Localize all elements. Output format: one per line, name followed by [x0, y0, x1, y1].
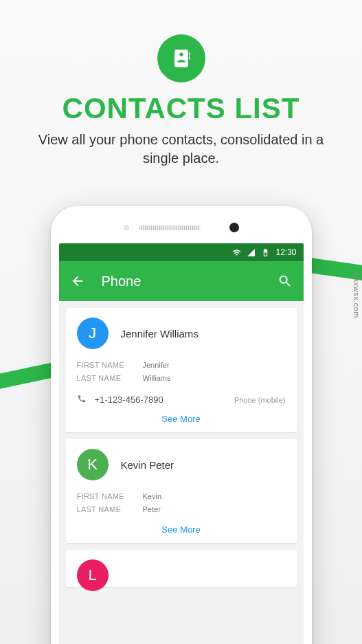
promo-header: CONTACTS LIST View all your phone contac…	[0, 0, 362, 168]
contact-name: Kevin Peter	[121, 459, 174, 471]
contact-card: J Jennifer Williams FIRST NAME Jennifer …	[66, 308, 297, 432]
last-name-value: Williams	[143, 372, 171, 385]
promo-subtitle: View all your phone contacts, consolidat…	[0, 131, 362, 168]
status-time: 12:30	[275, 247, 296, 257]
appbar-title: Phone	[102, 274, 261, 289]
app-bar: Phone	[59, 261, 304, 301]
phone-frame: 12:30 Phone J Jennifer Williams FIRST NA…	[51, 206, 312, 644]
screen: 12:30 Phone J Jennifer Williams FIRST NA…	[59, 243, 304, 644]
first-name-label: FIRST NAME	[77, 490, 143, 503]
app-icon	[157, 34, 205, 82]
signal-icon	[247, 248, 256, 257]
avatar: J	[77, 318, 109, 349]
wifi-icon	[232, 248, 241, 257]
contact-name: Jennifer Williams	[121, 328, 199, 340]
last-name-label: LAST NAME	[77, 372, 143, 385]
watermark: wsxwsx.com	[352, 272, 361, 318]
phone-number: +1-123-456-7890	[95, 395, 163, 405]
avatar: L	[77, 559, 109, 591]
see-more-button[interactable]: See More	[161, 524, 200, 535]
phone-row: +1-123-456-7890 Phone (mobile)	[77, 394, 286, 406]
last-name-label: LAST NAME	[77, 503, 143, 516]
avatar: K	[77, 449, 109, 480]
contacts-list[interactable]: J Jennifer Williams FIRST NAME Jennifer …	[59, 301, 304, 644]
contacts-book-icon	[170, 47, 193, 70]
battery-icon	[261, 248, 270, 257]
phone-type: Phone (mobile)	[234, 396, 286, 404]
search-icon[interactable]	[278, 274, 293, 289]
first-name-value: Kevin	[143, 490, 162, 503]
promo-title: CONTACTS LIST	[0, 92, 362, 125]
see-more-button[interactable]: See More	[161, 414, 200, 424]
first-name-label: FIRST NAME	[77, 359, 143, 372]
contact-card: L	[66, 550, 297, 587]
back-arrow-icon[interactable]	[70, 274, 85, 289]
first-name-value: Jennifer	[143, 359, 170, 372]
last-name-value: Peter	[143, 503, 161, 516]
contact-card: K Kevin Peter FIRST NAME Kevin LAST NAME…	[66, 439, 297, 542]
phone-hardware-top	[59, 216, 304, 239]
phone-icon	[77, 394, 88, 406]
status-bar: 12:30	[59, 243, 304, 261]
